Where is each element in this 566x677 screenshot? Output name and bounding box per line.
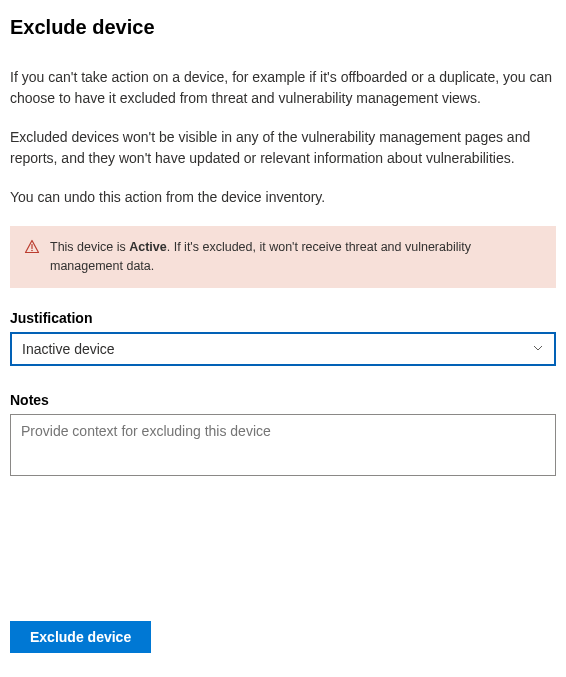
description-paragraph-3: You can undo this action from the device… bbox=[10, 187, 556, 208]
description-paragraph-1: If you can't take action on a device, fo… bbox=[10, 67, 556, 109]
description-paragraph-2: Excluded devices won't be visible in any… bbox=[10, 127, 556, 169]
alert-prefix: This device is bbox=[50, 240, 129, 254]
notes-label: Notes bbox=[10, 392, 556, 408]
justification-selected-value: Inactive device bbox=[22, 341, 532, 357]
chevron-down-icon bbox=[532, 341, 544, 357]
alert-status: Active bbox=[129, 240, 167, 254]
exclude-device-button[interactable]: Exclude device bbox=[10, 621, 151, 653]
warning-alert-text: This device is Active. If it's excluded,… bbox=[50, 238, 542, 276]
warning-triangle-icon bbox=[24, 239, 40, 258]
notes-textarea[interactable] bbox=[10, 414, 556, 476]
svg-point-1 bbox=[31, 250, 33, 252]
justification-label: Justification bbox=[10, 310, 556, 326]
warning-alert: This device is Active. If it's excluded,… bbox=[10, 226, 556, 288]
footer: Exclude device bbox=[10, 621, 151, 653]
justification-select[interactable]: Inactive device bbox=[10, 332, 556, 366]
page-title: Exclude device bbox=[10, 16, 556, 39]
